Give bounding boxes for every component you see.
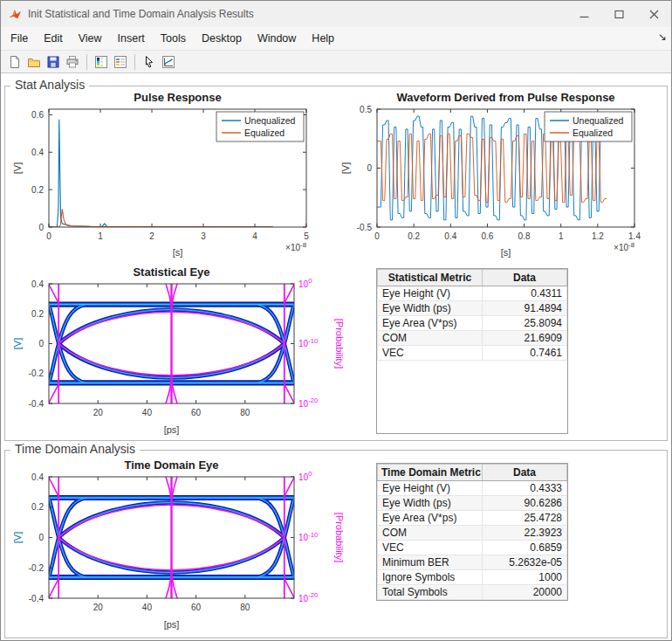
plot-browser-button[interactable] xyxy=(159,52,178,72)
insert-colorbar-button[interactable] xyxy=(92,52,111,72)
save-button[interactable] xyxy=(44,52,63,72)
svg-text:Unequalized: Unequalized xyxy=(573,115,624,126)
metric-cell[interactable]: Ignore Symbols xyxy=(378,570,483,585)
toolbar-separator xyxy=(86,54,87,70)
matlab-logo-icon xyxy=(8,7,22,21)
metric-cell[interactable]: COM xyxy=(378,526,483,541)
insert-legend-button[interactable] xyxy=(111,52,130,72)
menu-tools[interactable]: Tools xyxy=(153,27,194,50)
svg-text:20: 20 xyxy=(93,408,104,417)
metric-cell[interactable]: Eye Height (V) xyxy=(378,481,483,496)
value-cell[interactable]: 20000 xyxy=(483,585,567,600)
svg-text:80: 80 xyxy=(240,408,250,417)
svg-text:0.4: 0.4 xyxy=(31,472,44,482)
value-cell[interactable]: 0.7461 xyxy=(483,346,567,361)
menu-bar: File Edit View Insert Tools Desktop Wind… xyxy=(1,27,671,51)
svg-text:[s]: [s] xyxy=(501,247,511,258)
svg-text:[s]: [s] xyxy=(173,247,183,258)
print-button[interactable] xyxy=(63,52,82,72)
value-cell[interactable]: 1000 xyxy=(483,570,567,585)
value-cell[interactable]: 0.4311 xyxy=(483,286,567,301)
close-icon xyxy=(649,10,659,19)
maximize-button[interactable] xyxy=(601,1,636,27)
svg-text:0: 0 xyxy=(38,533,44,542)
svg-text:0.8: 0.8 xyxy=(518,231,531,241)
menu-file[interactable]: File xyxy=(3,27,36,50)
metric-cell[interactable]: VEC xyxy=(378,541,483,555)
svg-text:Waveform Derived from Pulse Re: Waveform Derived from Pulse Response xyxy=(396,91,614,104)
window-title: Init Statistical and Time Domain Analysi… xyxy=(28,8,566,20)
menu-insert[interactable]: Insert xyxy=(110,27,153,50)
metric-cell[interactable]: Eye Height (V) xyxy=(378,286,483,301)
svg-text:Time Domain Eye: Time Domain Eye xyxy=(124,458,218,472)
table-row[interactable]: Eye Width (ps)90.6286 xyxy=(378,496,567,511)
menu-help[interactable]: Help xyxy=(304,27,342,50)
table-row[interactable]: Eye Height (V)0.4333 xyxy=(378,481,567,496)
svg-text:40: 40 xyxy=(142,603,153,612)
title-bar[interactable]: Init Statistical and Time Domain Analysi… xyxy=(1,1,671,27)
table-row[interactable]: Eye Width (ps)91.4894 xyxy=(378,301,567,316)
svg-text:[Probability]: [Probability] xyxy=(334,319,345,369)
svg-text:[ps]: [ps] xyxy=(164,619,180,630)
svg-text:4: 4 xyxy=(252,231,257,241)
waveform-chart: 00.20.40.60.811.21.4-0.500.5Waveform Der… xyxy=(338,89,645,262)
table-row[interactable]: Total Symbols20000 xyxy=(378,585,567,600)
svg-text:0.6: 0.6 xyxy=(31,110,44,120)
value-cell[interactable]: 22.3923 xyxy=(483,526,567,541)
menu-view[interactable]: View xyxy=(71,27,110,50)
svg-text:[ps]: [ps] xyxy=(164,424,180,435)
svg-text:60: 60 xyxy=(191,408,202,417)
value-cell[interactable]: 91.4894 xyxy=(483,301,567,316)
menu-window[interactable]: Window xyxy=(250,27,304,50)
table-row[interactable]: Eye Area (V*ps)25.4728 xyxy=(378,511,567,526)
svg-text:-0.2: -0.2 xyxy=(29,369,45,378)
table-row[interactable]: VEC0.6859 xyxy=(378,541,567,555)
figure-toolbar xyxy=(1,51,671,73)
value-cell[interactable]: 25.8094 xyxy=(483,316,567,331)
svg-text:10-20: 10-20 xyxy=(298,396,319,408)
value-cell[interactable]: 25.4728 xyxy=(483,511,567,526)
svg-text:20: 20 xyxy=(93,603,104,612)
menu-desktop[interactable]: Desktop xyxy=(194,27,250,50)
table-row[interactable]: Eye Area (V*ps)25.8094 xyxy=(378,316,567,331)
metric-cell[interactable]: COM xyxy=(378,331,483,346)
time-metrics-table[interactable]: Time Domain Metric Data Eye Height (V)0.… xyxy=(376,463,568,601)
svg-text:-0.4: -0.4 xyxy=(29,399,45,409)
open-folder-button[interactable] xyxy=(24,52,44,72)
menu-edit[interactable]: Edit xyxy=(36,27,71,50)
table-row[interactable]: COM21.6909 xyxy=(378,331,567,346)
metric-cell[interactable]: VEC xyxy=(378,346,483,361)
table-row[interactable]: VEC0.7461 xyxy=(378,346,567,361)
stat-metrics-table[interactable]: Statistical Metric Data Eye Height (V)0.… xyxy=(376,268,568,434)
minimize-button[interactable] xyxy=(566,1,601,27)
dock-figure-arrow-icon[interactable]: ↘ xyxy=(658,31,667,43)
value-cell[interactable]: 0.4333 xyxy=(483,481,567,496)
edit-plot-button[interactable] xyxy=(140,52,159,72)
metric-cell[interactable]: Eye Area (V*ps) xyxy=(378,316,483,331)
close-button[interactable] xyxy=(636,1,671,27)
table-row[interactable]: COM22.3923 xyxy=(378,526,567,541)
pulse-response-chart: 01234500.20.40.6Pulse Response[V][s]×10-… xyxy=(10,89,317,262)
metric-cell[interactable]: Eye Area (V*ps) xyxy=(378,511,483,526)
svg-text:0.6: 0.6 xyxy=(481,231,493,241)
table-row[interactable]: Eye Height (V)0.4311 xyxy=(378,286,567,301)
metric-cell[interactable]: Total Symbols xyxy=(378,585,483,600)
value-cell[interactable]: 90.6286 xyxy=(483,496,567,511)
svg-text:-0.2: -0.2 xyxy=(29,563,45,573)
time-table-header-data: Data xyxy=(483,465,567,481)
svg-text:10-10: 10-10 xyxy=(298,337,319,348)
value-cell[interactable]: 0.6859 xyxy=(483,541,567,555)
stat-table-header-metric: Statistical Metric xyxy=(378,270,483,286)
table-row[interactable]: Minimum BER5.2632e-05 xyxy=(378,555,567,570)
table-row[interactable]: Ignore Symbols1000 xyxy=(378,570,567,585)
new-file-icon xyxy=(8,55,22,69)
svg-text:0.4: 0.4 xyxy=(31,148,44,157)
new-file-button[interactable] xyxy=(5,52,24,72)
metric-cell[interactable]: Minimum BER xyxy=(378,555,483,570)
value-cell[interactable]: 5.2632e-05 xyxy=(483,555,567,570)
value-cell[interactable]: 21.6909 xyxy=(483,331,567,346)
metric-cell[interactable]: Eye Width (ps) xyxy=(378,301,483,316)
metric-cell[interactable]: Eye Width (ps) xyxy=(378,496,483,511)
svg-text:10-20: 10-20 xyxy=(298,591,319,603)
statistical-eye-chart: 20406080-0.4-0.200.20.4Statistical Eye10… xyxy=(10,265,360,438)
